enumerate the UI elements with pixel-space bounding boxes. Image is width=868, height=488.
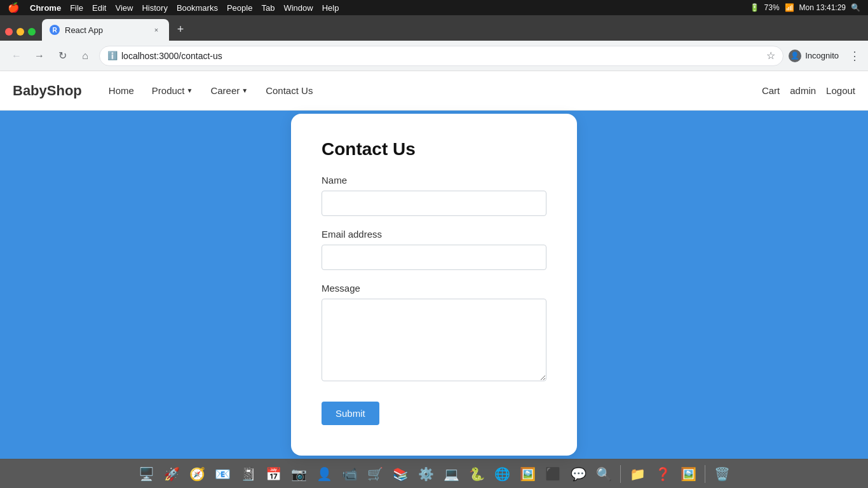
message-form-group: Message — [322, 283, 546, 384]
tab-close-button[interactable]: × — [151, 25, 161, 35]
forward-button[interactable]: → — [31, 47, 48, 65]
menu-history[interactable]: History — [142, 3, 167, 13]
app-navbar: BabyShop Home Product ▼ Career ▼ Contact… — [0, 71, 868, 111]
lock-icon: ℹ️ — [107, 51, 118, 60]
chrome-addressbar: ← → ↻ ⌂ ℹ️ localhost:3000/contact-us ☆ 👤… — [0, 41, 868, 71]
back-button[interactable]: ← — [8, 47, 25, 65]
nav-contact-us[interactable]: Contact Us — [258, 80, 320, 101]
menu-bookmarks[interactable]: Bookmarks — [177, 3, 218, 13]
nav-product-dropdown[interactable]: Product ▼ — [144, 80, 201, 101]
dock-facetime[interactable]: 📹 — [338, 463, 361, 485]
product-caret-icon: ▼ — [187, 87, 193, 94]
dock-photos[interactable]: 📷 — [287, 463, 310, 485]
brand-logo[interactable]: BabyShop — [13, 83, 82, 99]
traffic-lights — [5, 28, 36, 41]
dock-pycharm[interactable]: 🐍 — [465, 463, 488, 485]
dock-separator-2 — [705, 465, 705, 483]
dock-safari[interactable]: 🧭 — [186, 463, 208, 485]
dock-photos2[interactable]: 🖼️ — [516, 463, 539, 485]
message-label: Message — [322, 283, 546, 294]
menu-view[interactable]: View — [115, 3, 133, 13]
incognito-label: Incognito — [805, 51, 839, 60]
dock-whatsapp[interactable]: 💬 — [567, 463, 590, 485]
address-bar[interactable]: ℹ️ localhost:3000/contact-us ☆ — [99, 46, 783, 66]
contact-card: Contact Us Name Email address Message Su… — [291, 114, 577, 456]
home-button[interactable]: ⌂ — [76, 47, 94, 65]
nav-links: Home Product ▼ Career ▼ Contact Us — [101, 80, 321, 101]
new-tab-button[interactable]: + — [172, 20, 189, 38]
battery-percent: 73% — [764, 3, 780, 12]
email-input[interactable] — [322, 245, 546, 270]
name-input[interactable] — [322, 191, 546, 216]
career-caret-icon: ▼ — [241, 87, 248, 94]
main-content: Contact Us Name Email address Message Su… — [0, 111, 868, 459]
dock-launchpad[interactable]: 🚀 — [160, 463, 183, 485]
dock-code[interactable]: 💻 — [440, 463, 463, 485]
nav-right: Cart admin Logout — [762, 85, 855, 96]
menu-people[interactable]: People — [227, 3, 252, 13]
bookmark-icon[interactable]: ☆ — [766, 50, 775, 62]
battery-icon: 🔋 — [750, 3, 759, 12]
chrome-menu-button[interactable]: ⋮ — [849, 49, 860, 63]
menu-tab[interactable]: Tab — [261, 3, 275, 13]
nav-logout[interactable]: Logout — [826, 85, 855, 96]
close-window-button[interactable] — [5, 28, 13, 36]
dock-search[interactable]: 🔍 — [592, 463, 615, 485]
incognito-icon: 👤 — [789, 50, 801, 62]
clock: Mon 13:41:29 — [799, 3, 846, 12]
tab-favicon: R — [50, 25, 60, 35]
dock-contacts[interactable]: 👤 — [313, 463, 336, 485]
dock-settings[interactable]: ⚙️ — [414, 463, 437, 485]
maximize-window-button[interactable] — [28, 28, 36, 36]
browser-tab[interactable]: R React App × — [42, 19, 169, 41]
chrome-tabbar: R React App × + — [0, 15, 868, 41]
name-label: Name — [322, 175, 546, 186]
tab-title: React App — [65, 25, 146, 35]
dock-help[interactable]: ❓ — [651, 463, 674, 485]
dock-appstore[interactable]: 🛒 — [363, 463, 386, 485]
reload-button[interactable]: ↻ — [53, 47, 71, 65]
menu-file[interactable]: File — [70, 3, 83, 13]
search-icon[interactable]: 🔍 — [851, 3, 860, 12]
submit-button[interactable]: Submit — [322, 402, 379, 425]
dock-calendar[interactable]: 📅 — [262, 463, 285, 485]
dock-chrome[interactable]: 🌐 — [491, 463, 513, 485]
minimize-window-button[interactable] — [17, 28, 24, 36]
nav-cart[interactable]: Cart — [762, 85, 780, 96]
dock-separator — [620, 465, 621, 483]
apple-icon[interactable]: 🍎 — [8, 2, 20, 13]
email-label: Email address — [322, 229, 546, 240]
incognito-area: 👤 Incognito — [789, 50, 839, 62]
dock-notes[interactable]: 📓 — [236, 463, 259, 485]
dock-finder[interactable]: 🖥️ — [135, 463, 158, 485]
menubar-right: 🔋 73% 📶 Mon 13:41:29 🔍 — [750, 3, 860, 12]
nav-career-dropdown[interactable]: Career ▼ — [203, 80, 255, 101]
dock-messages-1[interactable]: 📧 — [211, 463, 234, 485]
dock-terminal[interactable]: ⬛ — [541, 463, 564, 485]
mac-menubar: 🍎 Chrome File Edit View History Bookmark… — [0, 0, 868, 15]
menu-window[interactable]: Window — [283, 3, 313, 13]
menu-items: Chrome File Edit View History Bookmarks … — [30, 3, 339, 13]
contact-form: Name Email address Message Submit — [322, 175, 546, 425]
dock-gallery[interactable]: 🖼️ — [677, 463, 700, 485]
name-form-group: Name — [322, 175, 546, 216]
menu-edit[interactable]: Edit — [92, 3, 106, 13]
message-textarea[interactable] — [322, 299, 546, 381]
wifi-icon: 📶 — [785, 3, 794, 12]
contact-form-title: Contact Us — [322, 139, 546, 159]
url-text: localhost:3000/contact-us — [121, 51, 763, 61]
email-form-group: Email address — [322, 229, 546, 270]
nav-home[interactable]: Home — [101, 80, 142, 101]
dock-trash[interactable]: 🗑️ — [710, 463, 733, 485]
nav-admin[interactable]: admin — [790, 85, 816, 96]
menu-help[interactable]: Help — [322, 3, 339, 13]
menu-chrome[interactable]: Chrome — [30, 3, 61, 13]
mac-dock: 🖥️ 🚀 🧭 📧 📓 📅 📷 👤 📹 🛒 📚 ⚙️ 💻 🐍 🌐 🖼️ ⬛ 💬 🔍… — [0, 459, 868, 488]
dock-books[interactable]: 📚 — [389, 463, 412, 485]
dock-files[interactable]: 📁 — [626, 463, 649, 485]
addressbar-right: 👤 Incognito ⋮ — [789, 49, 860, 63]
